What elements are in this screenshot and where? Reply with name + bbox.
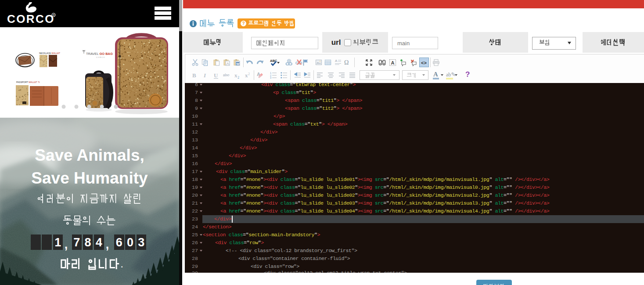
svg-text:2: 2 <box>248 72 250 76</box>
svg-text:A: A <box>391 60 394 65</box>
svg-text:C O R C O: C O R C O <box>96 56 104 58</box>
svg-text:A: A <box>335 59 338 63</box>
svg-text:W: W <box>236 61 240 65</box>
svg-text:B: B <box>192 72 196 79</box>
svg-text:2: 2 <box>237 76 239 79</box>
svg-text:CORCO: CORCO <box>7 12 55 25</box>
svg-text:TRAVEL GO BAG: TRAVEL GO BAG <box>86 52 113 56</box>
svg-text:.: . <box>120 258 123 270</box>
svg-text:I: I <box>203 72 206 79</box>
svg-text:PASSPORT WALLET 7t: PASSPORT WALLET 7t <box>16 81 40 83</box>
svg-text:3: 3 <box>270 76 271 79</box>
svg-text:<>: <> <box>421 60 427 65</box>
svg-text:?: ? <box>242 21 245 26</box>
svg-text:R: R <box>53 14 55 17</box>
svg-text:x: x <box>245 72 248 79</box>
svg-text:U: U <box>214 72 218 79</box>
svg-text:x: x <box>234 72 237 79</box>
svg-text:Ω: Ω <box>344 59 349 66</box>
svg-text:NECKLACE WALLET: NECKLACE WALLET <box>39 52 60 54</box>
svg-text:A: A <box>226 61 229 65</box>
